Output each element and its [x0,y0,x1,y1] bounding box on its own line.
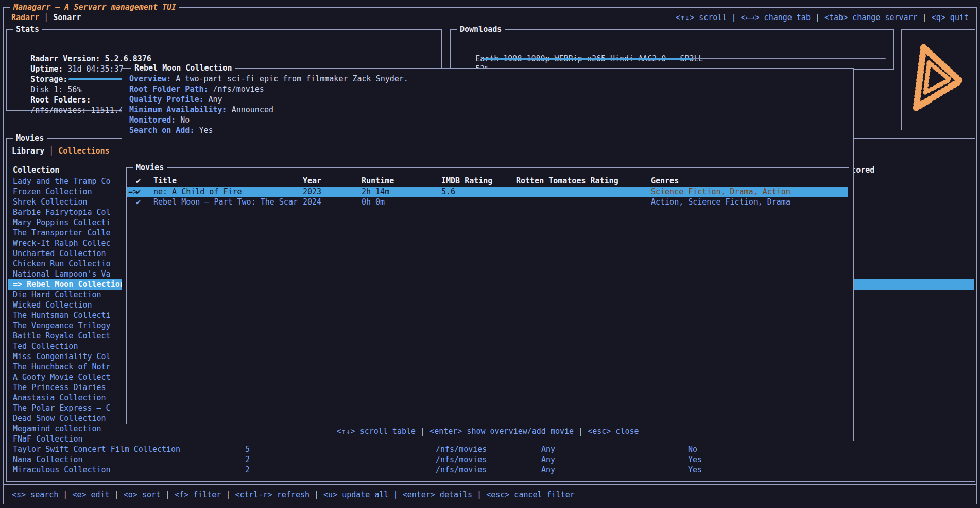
movie-title: Rebel Moon – Part Two: The Scar [153,197,298,207]
collection-name: The Huntsman Collecti [13,310,111,320]
collection-row[interactable]: Taylor Swift Concert Film Collection5/nf… [8,444,974,454]
collection-monitored: Yes [688,465,702,475]
collection-name: Uncharted Collection [13,248,106,259]
movie-column-header: Genres [651,176,679,185]
help-hint-change-servarr: <tab> change servarr [824,13,918,22]
managarr-logo-icon [906,41,970,118]
collection-name: FNaF Collection [13,434,82,444]
stats-panel-title: Stats [13,24,42,35]
collection-row[interactable]: Miraculous Collection2/nfs/moviesAnyYes [8,465,974,475]
movie-row[interactable]: =>✔ne: A Child of Fire20232h 14m5.6Scien… [127,187,848,197]
movie-year: 2024 [303,197,321,207]
downloads-panel-title: Downloads [457,24,505,35]
detail-line: Search on Add: Yes [129,125,408,136]
modal-movies-header: ✔TitleYearRuntimeIMDB RatingRotten Tomat… [127,176,848,187]
movie-imdb: 5.6 [441,187,455,197]
collection-movie-count: 2 [245,465,250,475]
movies-panel-title: Movies [13,133,47,143]
help-separator: | [58,490,72,499]
collection-name: Barbie Fairytopia Col [13,207,111,217]
help-hint-change-tab: <←→> change tab [741,13,810,22]
movie-row[interactable]: ✔Rebel Moon – Part Two: The Scar20240h 0… [127,197,848,207]
collection-movie-count: 2 [245,454,250,465]
collection-name: Wicked Collection [13,300,92,310]
modal-title: Rebel Moon Collection [131,63,235,73]
collection-name: The Princess Diaries [13,382,106,393]
help-separator: | [110,490,124,499]
movie-column-header: IMDB Rating [441,176,492,185]
help-hint-quit: <q> quit [932,13,969,22]
bottom-help: <s> search | <e> edit | <o> sort | <f> f… [12,489,575,500]
collection-name: Shrek Collection [13,197,88,207]
detail-value: No [176,115,190,125]
detail-value: A two-part sci-fi epic from filmmaker Za… [171,74,408,83]
bottom-bar: <s> search | <e> edit | <o> sort | <f> f… [3,484,977,504]
detail-label: Root Folder Path: [129,84,209,94]
tab-library[interactable]: Library [12,146,44,156]
collection-row[interactable]: Nana Collection2/nfs/moviesAnyYes [8,454,974,465]
collection-name: Battle Royale Collect [13,331,111,341]
help-hint-search: <s> search [12,490,58,499]
movies-tabs: Library │ Collections [12,146,110,156]
help-separator: | [574,427,588,436]
movie-check: ✔ [136,197,141,207]
collection-name: The Vengeance Trilogy [13,320,111,331]
help-hint-filter: <f> filter [175,490,221,499]
tab-collections[interactable]: Collections [58,146,109,156]
detail-label: Search on Add: [129,126,194,135]
help-separator: | [416,427,429,436]
collection-name: Lady and the Tramp Co [13,176,111,187]
collection-name: Chicken Run Collectio [13,259,111,269]
detail-line: Overview: A two-part sci-fi epic from fi… [129,74,408,84]
collection-name: Miraculous Collection [13,465,111,475]
help-hint-scroll: <↑↓> scroll [676,13,727,22]
help-separator: | [221,490,235,499]
modal-movies-title: Movies [133,162,167,173]
movie-genres: Science Fiction, Drama, Action [651,187,790,197]
collection-name: Dead Snow Collection [13,413,106,424]
tab-radarr[interactable]: Radarr [11,13,39,22]
help-hint-update-all: <u> update all [323,490,388,499]
help-hint-cancel-filter: <esc> cancel filter [486,490,575,499]
help-separator: | [161,490,175,499]
help-hint-close: <esc> close [588,427,639,436]
modal-movies-rows: =>✔ne: A Child of Fire20232h 14m5.6Scien… [127,187,848,207]
servarr-tabs: Radarr │ Sonarr [11,12,81,23]
collection-name: Mary Poppins Collecti [13,217,111,228]
collection-name: => Rebel Moon Collection [13,279,125,290]
collection-name: Nana Collection [13,454,82,465]
movie-column-header: Title [153,176,177,185]
help-separator: | [727,13,741,22]
detail-line: Monitored: No [129,115,408,125]
collection-name: Megamind collection [13,424,101,434]
movie-column-header: Year [303,176,321,185]
modal-movies-panel: Movies ✔TitleYearRuntimeIMDB RatingRotte… [126,167,849,424]
collection-quality-profile: Any [541,444,555,454]
top-help: <↑↓> scroll | <←→> change tab | <tab> ch… [676,12,969,23]
collection-name: Anastasia Collection [13,393,106,403]
collection-monitored: Yes [688,454,702,465]
collection-movie-count: 5 [245,444,250,454]
detail-value: Yes [194,126,213,135]
collection-name: Ted Collection [13,341,78,351]
collection-details-modal: Rebel Moon Collection Overview: A two-pa… [122,68,854,441]
collection-name: National Lampoon's Va [13,269,111,279]
download-progress-gauge [483,58,693,60]
collection-name: A Goofy Movie Collect [13,372,111,382]
collection-name: Taylor Swift Concert Film Collection [13,444,180,454]
collection-monitored: No [688,444,697,454]
movie-runtime: 0h 0m [362,197,385,207]
help-separator: | [811,13,824,22]
downloads-panel: Downloads Earth 1998 1080p WEBRip x265 H… [450,29,894,70]
movie-runtime: 2h 14m [362,187,389,197]
help-hint-sort: <o> sort [124,490,161,499]
detail-line: Minimum Availability: Announced [129,105,408,115]
movie-column-header: ✔ [136,176,141,185]
movie-year: 2023 [303,187,321,197]
detail-value: /nfs/movies [209,84,264,94]
help-hint-scroll-table: <↑↓> scroll table [336,427,416,436]
tab-sonarr[interactable]: Sonarr [53,13,81,22]
modal-help: <↑↓> scroll table | <enter> show overvie… [122,426,853,436]
tab-separator: │ [39,13,53,22]
collection-quality-profile: Any [541,454,555,465]
